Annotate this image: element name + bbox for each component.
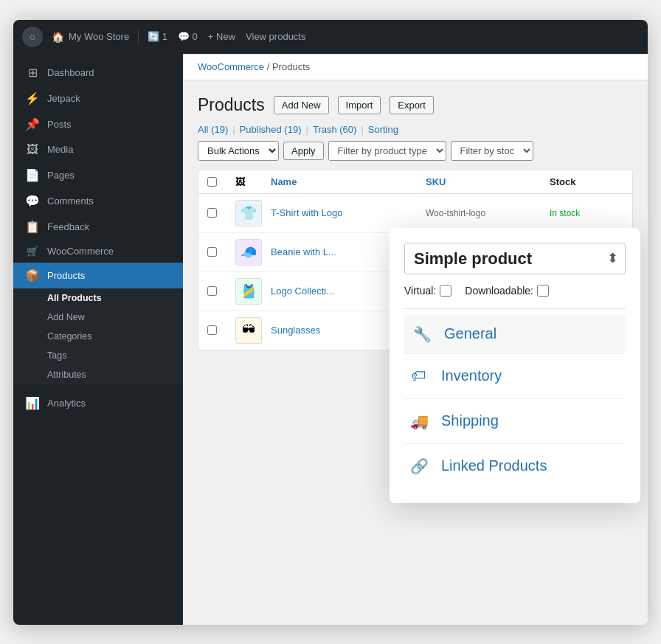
header-sku[interactable]: SKU <box>426 176 544 187</box>
filter-product-type-select[interactable]: Filter by product type <box>328 141 446 161</box>
linked-products-label: Linked Products <box>441 457 547 474</box>
admin-bar: ○ 🏠 My Woo Store 🔄 1 💬 0 + New View prod… <box>13 20 648 54</box>
downloadable-label[interactable]: Downloadable: <box>465 285 549 297</box>
filter-published[interactable]: Published (19) <box>240 124 302 135</box>
products-icon: 📦 <box>25 269 40 283</box>
sidebar-item-posts[interactable]: 📌 Posts <box>13 111 183 137</box>
shipping-label: Shipping <box>441 412 499 429</box>
inventory-icon: 🏷 <box>407 364 431 388</box>
inventory-label: Inventory <box>441 367 502 384</box>
sidebar-label-media: Media <box>47 144 73 155</box>
sidebar-item-woocommerce[interactable]: 🛒 WooCommerce <box>13 240 183 263</box>
breadcrumb-woocommerce[interactable]: WooCommerce <box>198 61 264 72</box>
woocommerce-icon: 🛒 <box>25 246 40 257</box>
sunglasses-icon: 🕶 <box>242 322 255 338</box>
sidebar-label-pages: Pages <box>47 170 75 181</box>
sidebar: ⊞ Dashboard ⚡ Jetpack 📌 Posts 🖼 Media 📄 … <box>13 54 183 625</box>
sidebar-item-comments[interactable]: 💬 Comments <box>13 188 183 214</box>
new-button[interactable]: + New <box>208 31 235 42</box>
filter-stock-select[interactable]: Filter by stoc <box>451 141 533 161</box>
header-stock: Stock <box>550 176 623 187</box>
sidebar-item-media[interactable]: 🖼 Media <box>13 137 183 162</box>
submenu-tags[interactable]: Tags <box>13 346 183 365</box>
row2-checkbox-cell <box>207 247 229 257</box>
breadcrumb-separator: / <box>267 61 270 72</box>
sidebar-item-jetpack[interactable]: ⚡ Jetpack <box>13 86 183 111</box>
dashboard-icon: ⊞ <box>25 66 40 80</box>
submenu-attributes[interactable]: Attributes <box>13 365 183 384</box>
header-name[interactable]: Name <box>271 176 420 187</box>
product-type-select-wrapper: Simple product Variable product Grouped … <box>404 243 626 274</box>
row1-checkbox[interactable] <box>207 208 217 218</box>
posts-icon: 📌 <box>25 117 40 131</box>
wp-logo[interactable]: ○ <box>22 27 43 47</box>
bar-divider <box>138 30 139 44</box>
sidebar-item-dashboard[interactable]: ⊞ Dashboard <box>13 60 183 86</box>
row1-checkbox-cell <box>207 208 229 218</box>
sidebar-item-feedback[interactable]: 📋 Feedback <box>13 214 183 240</box>
linked-products-icon: 🔗 <box>407 454 431 478</box>
row1-sku: Woo-tshirt-logo <box>426 208 544 218</box>
downloadable-checkbox[interactable] <box>537 285 549 297</box>
site-name: My Woo Store <box>69 31 129 42</box>
select-all-checkbox[interactable] <box>207 177 217 187</box>
row1-stock: In stock <box>550 208 623 218</box>
submenu-categories[interactable]: Categories <box>13 327 183 346</box>
sidebar-item-analytics[interactable]: 📊 Analytics <box>13 390 183 416</box>
submenu-add-new[interactable]: Add New <box>13 308 183 327</box>
comments-icon: 💬 <box>25 194 40 208</box>
checkbox-row: Virtual: Downloadable: <box>404 285 626 297</box>
header-checkbox-cell <box>207 177 229 187</box>
product-type-popup: Simple product Variable product Grouped … <box>390 228 640 503</box>
import-button[interactable]: Import <box>338 96 381 114</box>
sidebar-label-comments: Comments <box>47 195 94 207</box>
beanie-icon: 🧢 <box>240 244 257 260</box>
row4-checkbox[interactable] <box>207 325 217 335</box>
page-header: Products Add New Import Export <box>198 95 633 115</box>
sidebar-label-dashboard: Dashboard <box>47 67 94 78</box>
header-image: 🖼 <box>235 176 265 187</box>
row4-thumb: 🕶 <box>235 317 262 344</box>
sidebar-label-posts: Posts <box>47 119 72 130</box>
house-icon: 🏠 <box>52 31 64 43</box>
media-icon: 🖼 <box>25 143 40 156</box>
virtual-checkbox[interactable] <box>440 285 451 297</box>
sidebar-item-pages[interactable]: 📄 Pages <box>13 162 183 188</box>
row3-checkbox[interactable] <box>207 286 217 296</box>
row1-thumb: 👕 <box>235 200 262 226</box>
export-button[interactable]: Export <box>390 96 434 114</box>
pages-icon: 📄 <box>25 168 40 182</box>
tshirt-icon: 👕 <box>240 205 257 221</box>
popup-menu-general[interactable]: 🔧 General <box>404 315 626 354</box>
product-type-dropdown[interactable]: Simple product Variable product Grouped … <box>404 243 626 274</box>
sidebar-item-products[interactable]: 📦 Products <box>13 263 183 288</box>
popup-divider <box>404 308 626 309</box>
content-inner: Products Add New Import Export All (19) … <box>183 80 648 365</box>
products-submenu: All Products Add New Categories Tags Att… <box>13 288 183 384</box>
sidebar-label-jetpack: Jetpack <box>47 93 80 104</box>
virtual-label[interactable]: Virtual: <box>404 285 451 297</box>
add-new-button[interactable]: Add New <box>274 96 329 114</box>
filter-all[interactable]: All (19) <box>198 124 228 135</box>
update-icon[interactable]: 🔄 1 <box>148 31 167 42</box>
row1-name[interactable]: T-Shirt with Logo <box>271 207 420 218</box>
popup-menu-shipping[interactable]: 🚚 Shipping <box>404 399 626 444</box>
general-icon: 🔧 <box>410 322 434 346</box>
filter-trash[interactable]: Trash (60) <box>313 124 357 135</box>
popup-menu-linked-products[interactable]: 🔗 Linked Products <box>404 444 626 488</box>
apply-button[interactable]: Apply <box>283 142 324 160</box>
row4-checkbox-cell <box>207 325 229 335</box>
bulk-actions-select[interactable]: Bulk Actions <box>198 141 279 161</box>
filter-sorting[interactable]: Sorting <box>368 124 398 135</box>
jetpack-icon: ⚡ <box>25 91 40 105</box>
comment-icon[interactable]: 💬 0 <box>178 31 198 42</box>
row2-checkbox[interactable] <box>207 247 217 257</box>
table-header: 🖼 Name SKU Stock <box>198 170 632 194</box>
sep1: | <box>232 124 235 135</box>
popup-menu-inventory[interactable]: 🏷 Inventory <box>404 354 626 399</box>
actions-bar: Bulk Actions Apply Filter by product typ… <box>198 141 633 161</box>
submenu-all-products[interactable]: All Products <box>13 288 183 308</box>
sep3: | <box>361 124 363 135</box>
row2-thumb: 🧢 <box>235 239 262 266</box>
view-products-link[interactable]: View products <box>246 31 305 42</box>
